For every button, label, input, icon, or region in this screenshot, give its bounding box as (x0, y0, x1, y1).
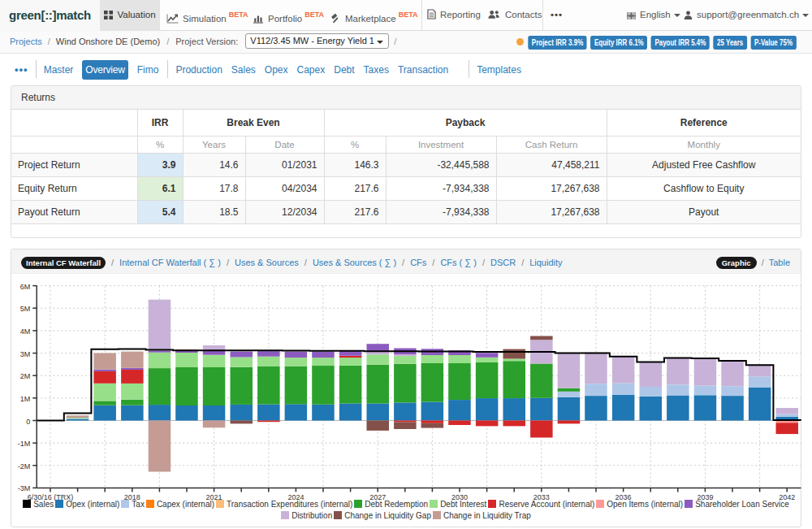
svg-text:-1M: -1M (18, 440, 31, 448)
svg-text:5M: 5M (20, 305, 31, 313)
svg-text:3M: 3M (20, 349, 31, 358)
svg-text:4M: 4M (20, 327, 31, 335)
svg-text:-2M: -2M (18, 462, 31, 470)
svg-text:6M: 6M (20, 282, 31, 290)
svg-text:-3M: -3M (18, 484, 31, 492)
svg-text:2M: 2M (20, 372, 31, 380)
svg-text:0: 0 (26, 417, 30, 425)
svg-text:1M: 1M (20, 394, 31, 402)
